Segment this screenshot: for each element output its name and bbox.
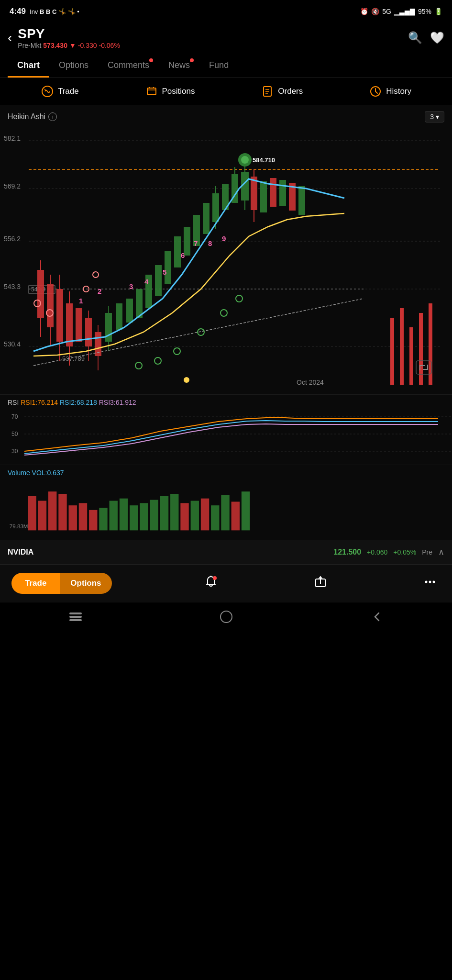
history-button[interactable]: History [369, 85, 411, 98]
svg-point-93 [220, 310, 227, 316]
svg-rect-133 [232, 501, 240, 530]
status-time: 4:49 [10, 7, 26, 16]
svg-rect-124 [140, 503, 148, 530]
tab-comments[interactable]: Comments [98, 55, 159, 78]
info-icon[interactable]: i [48, 112, 57, 121]
pre-mkt-arrow: ▼ [69, 42, 76, 49]
pre-mkt-label: Pre-Mkt [18, 42, 41, 49]
svg-rect-62 [212, 193, 219, 222]
svg-text:5: 5 [163, 268, 166, 276]
trade-button[interactable]: Trade [41, 85, 79, 98]
svg-rect-49 [105, 313, 112, 342]
trade-label: Trade [58, 87, 79, 96]
signal-bars: ▁▃▅▇ [394, 8, 415, 15]
svg-rect-25 [37, 270, 44, 318]
chart-indicator-label: Heikin Ashi i [8, 112, 57, 121]
svg-text:6: 6 [181, 251, 185, 259]
alert-button[interactable] [200, 571, 221, 595]
options-action-button[interactable]: Options [60, 573, 111, 594]
svg-rect-118 [79, 503, 87, 530]
watchlist-button[interactable]: 🤍 [430, 31, 444, 45]
svg-rect-34 [66, 303, 73, 346]
main-chart[interactable]: 582.1 569.2 556.2 543.3 530.4 543.3 [0, 126, 452, 394]
dropdown-icon: ▾ [436, 113, 439, 121]
svg-rect-117 [69, 505, 77, 530]
svg-text:543.3: 543.3 [4, 283, 21, 290]
svg-text:530.4: 530.4 [4, 340, 21, 348]
search-button[interactable]: 🔍 [408, 31, 422, 45]
svg-rect-144 [69, 619, 82, 621]
history-label: History [386, 87, 411, 96]
svg-text:79.83M: 79.83M [10, 523, 28, 529]
back-button[interactable]: ‹ [8, 30, 12, 45]
tab-news[interactable]: News [159, 55, 199, 78]
svg-rect-31 [56, 289, 63, 342]
svg-text:Oct 2024: Oct 2024 [297, 379, 324, 386]
more-button[interactable] [419, 571, 441, 595]
rsi-section: RSI RSI1:76.214 RSI2:68.218 RSI3:61.912 … [0, 394, 452, 465]
android-home-button[interactable] [220, 610, 233, 626]
ticker-company: NVIDIA [8, 548, 33, 557]
svg-point-139 [425, 581, 428, 583]
volume-label: Volume VOL:0.637 [8, 469, 444, 477]
svg-rect-53 [126, 299, 133, 323]
trade-icon [41, 85, 54, 98]
svg-text:569.2: 569.2 [4, 182, 21, 190]
trade-action-button[interactable]: Trade [11, 573, 60, 594]
android-nav [0, 602, 452, 635]
svg-text:556.2: 556.2 [4, 235, 21, 243]
orders-button[interactable]: Orders [261, 85, 303, 98]
svg-rect-115 [48, 491, 56, 530]
android-menu-button[interactable] [68, 612, 83, 624]
svg-rect-134 [242, 491, 250, 530]
signal-label: 5G [382, 8, 391, 15]
rsi3-value: RSI3:61.912 [99, 399, 136, 406]
svg-text:3: 3 [129, 282, 133, 290]
android-back-button[interactable] [370, 610, 384, 626]
svg-text:537.789: 537.789 [62, 355, 85, 362]
tab-chart[interactable]: Chart [8, 55, 49, 78]
svg-text:1: 1 [79, 297, 83, 305]
svg-text:70: 70 [11, 413, 18, 420]
chart-container[interactable]: Heikin Ashi i 3 ▾ 582.1 569.2 556.2 543.… [0, 105, 452, 540]
svg-point-92 [236, 295, 243, 302]
svg-point-102 [93, 272, 99, 278]
status-right-icons: ⏰ 🔇 5G ▁▃▅▇ 95% 🔋 [360, 8, 442, 15]
ticker-symbol[interactable]: SPY [18, 26, 120, 42]
battery-label: 95% [418, 8, 431, 15]
battery-icon: 🔋 [434, 8, 442, 15]
svg-point-96 [154, 357, 161, 364]
pre-mkt-pct: -0.06% [99, 42, 120, 49]
positions-button[interactable]: Positions [145, 85, 195, 98]
share-button[interactable] [310, 571, 331, 595]
svg-text:4: 4 [144, 278, 149, 286]
pre-mkt-change: -0.330 [78, 42, 97, 49]
chevron-icon: ∧ [438, 547, 444, 557]
bottom-ticker[interactable]: NVIDIA 121.500 +0.060 +0.05% Pre ∧ [0, 540, 452, 564]
svg-rect-120 [99, 508, 107, 530]
comments-dot [149, 58, 153, 62]
tab-options[interactable]: Options [49, 55, 98, 78]
ticker-pre: Pre [422, 548, 432, 556]
svg-text:9: 9 [222, 234, 226, 243]
header: ‹ SPY Pre-Mkt 573.430 ▼ -0.330 -0.06% 🔍 … [0, 21, 452, 55]
rsi2-value: RSI2:68.218 [60, 399, 97, 406]
tab-fund[interactable]: Fund [199, 55, 238, 78]
svg-rect-128 [180, 503, 188, 530]
svg-point-98 [184, 377, 189, 383]
positions-icon [145, 85, 158, 98]
svg-point-97 [135, 362, 142, 369]
svg-point-140 [429, 581, 431, 583]
volume-section: Volume VOL:0.637 79.83M [0, 465, 452, 540]
interval-button[interactable]: 3 ▾ [425, 111, 444, 122]
chart-header: Heikin Ashi i 3 ▾ [0, 111, 452, 126]
pre-market-info: Pre-Mkt 573.430 ▼ -0.330 -0.06% [18, 42, 120, 49]
svg-point-141 [433, 581, 435, 583]
pre-mkt-price: 573.430 [43, 42, 67, 49]
ticker-change: +0.060 [367, 548, 387, 556]
svg-rect-58 [174, 236, 181, 267]
bottom-toolbar: Trade Options [0, 564, 452, 602]
svg-rect-129 [191, 501, 199, 531]
mute-icon: 🔇 [371, 8, 379, 15]
svg-text:584.710: 584.710 [253, 156, 275, 164]
